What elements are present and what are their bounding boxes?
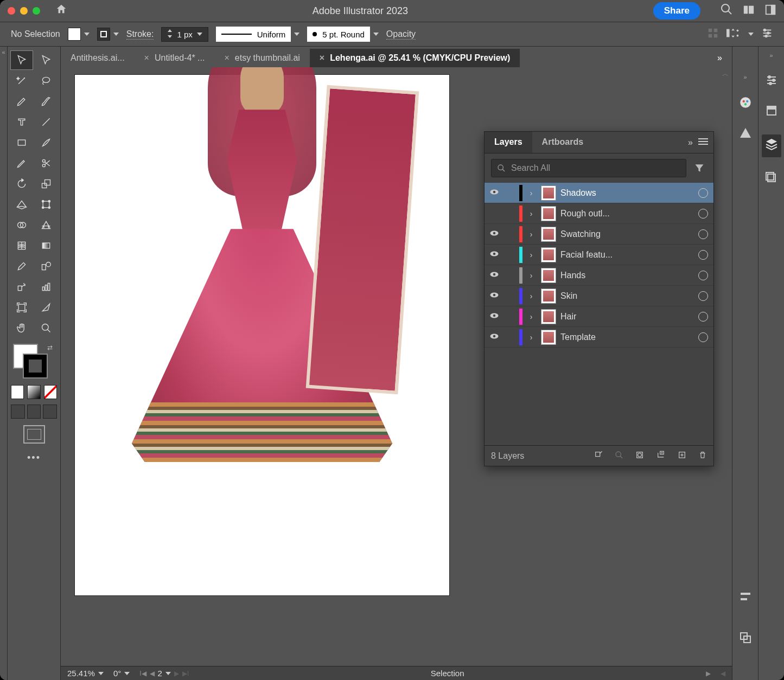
locate-object-icon[interactable]	[594, 451, 603, 461]
collapse-right-strip-2[interactable]: »	[758, 52, 784, 60]
selection-tool[interactable]	[11, 51, 33, 69]
gradient-mode-button[interactable]	[27, 385, 40, 399]
layer-name[interactable]: Rough outl...	[560, 209, 694, 219]
search-icon[interactable]	[720, 3, 733, 19]
target-icon[interactable]	[698, 312, 708, 322]
transform-dropdown-icon[interactable]	[748, 33, 754, 36]
stroke-weight-field[interactable]: 1 px	[161, 27, 208, 42]
tab-overflow-icon[interactable]: »	[707, 49, 732, 67]
close-tab-icon[interactable]: ×	[144, 53, 149, 63]
opacity-label[interactable]: Opacity	[386, 29, 416, 40]
magic-wand-tool[interactable]	[11, 72, 33, 90]
hand-tool[interactable]	[11, 319, 33, 337]
document-tab[interactable]: Antithesis.ai...	[61, 49, 135, 67]
artboards-panel-icon[interactable]	[765, 171, 778, 188]
color-guide-panel-icon[interactable]	[739, 127, 752, 143]
document-tab[interactable]: ×Untitled-4* ...	[135, 49, 215, 67]
layer-row[interactable]: ›Facial featu...	[485, 245, 713, 265]
rotate-view-field[interactable]: 0°	[113, 669, 130, 678]
prev-artboard-icon[interactable]: ◀	[150, 670, 155, 677]
color-panel-icon[interactable]	[738, 95, 753, 113]
layer-row[interactable]: ›Skin	[485, 286, 713, 306]
home-icon[interactable]	[55, 3, 67, 18]
scissors-tool[interactable]	[35, 154, 57, 172]
visibility-toggle-icon[interactable]	[485, 311, 504, 323]
layer-search-input[interactable]: Search All	[491, 159, 686, 177]
close-tab-icon[interactable]: ×	[320, 53, 324, 63]
mesh-tool[interactable]	[11, 236, 33, 255]
panel-menu-icon[interactable]	[698, 138, 708, 147]
layer-name[interactable]: Shadows	[560, 188, 694, 198]
direct-selection-tool[interactable]	[35, 51, 57, 69]
variable-width-profile[interactable]: Uniform	[216, 27, 300, 42]
layer-row[interactable]: ›Hands	[485, 265, 713, 286]
document-tab-active[interactable]: ×Lehenga.ai @ 25.41 % (CMYK/CPU Preview)	[310, 49, 520, 67]
visibility-toggle-icon[interactable]	[485, 270, 504, 281]
layer-row[interactable]: ›Swatching	[485, 224, 713, 245]
libraries-panel-icon[interactable]	[765, 104, 778, 120]
layers-panel-icon[interactable]	[762, 134, 781, 157]
layer-name[interactable]: Facial featu...	[560, 250, 694, 260]
last-artboard-icon[interactable]: ▶I	[182, 670, 189, 677]
expand-layer-icon[interactable]: ›	[526, 189, 537, 197]
properties-panel-icon[interactable]	[765, 74, 778, 90]
arrange-documents-icon[interactable]	[743, 4, 755, 18]
edit-toolbar-button[interactable]: •••	[27, 452, 41, 464]
pen-tool[interactable]	[11, 92, 33, 111]
artboard-number[interactable]: 2	[158, 669, 162, 678]
target-icon[interactable]	[698, 250, 708, 260]
layer-row[interactable]: ›Rough outl...	[485, 203, 713, 224]
target-icon[interactable]	[698, 229, 708, 239]
stroke-color-box[interactable]	[23, 354, 48, 379]
layer-row[interactable]: ›Hair	[485, 306, 713, 327]
rotate-tool[interactable]	[11, 175, 33, 193]
lasso-tool[interactable]	[35, 72, 57, 90]
layers-panel[interactable]: Layers Artboards » Search All ›Shadows›R…	[484, 131, 714, 466]
fill-swatch-control[interactable]	[68, 28, 90, 41]
workspace-switcher-icon[interactable]	[764, 4, 776, 18]
align-panel-icon[interactable]	[739, 590, 752, 606]
window-minimize-button[interactable]	[20, 7, 28, 15]
paintbrush-tool[interactable]	[35, 133, 57, 152]
close-tab-icon[interactable]: ×	[224, 53, 229, 63]
target-icon[interactable]	[698, 188, 708, 198]
layer-name[interactable]: Hair	[560, 312, 694, 322]
pencil-tool[interactable]	[11, 154, 33, 172]
share-button[interactable]: Share	[653, 2, 700, 20]
visibility-toggle-icon[interactable]	[485, 187, 504, 199]
expand-layer-icon[interactable]: ›	[526, 271, 537, 280]
window-maximize-button[interactable]	[33, 7, 40, 15]
new-sublayer-icon[interactable]	[656, 451, 666, 461]
visibility-toggle-icon[interactable]	[485, 228, 504, 240]
collapse-toolbox-strip[interactable]: «	[0, 47, 8, 680]
free-transform-tool[interactable]	[35, 195, 57, 214]
layer-name[interactable]: Swatching	[560, 229, 694, 239]
stroke-stepper-icon[interactable]	[167, 29, 173, 40]
visibility-toggle-icon[interactable]	[485, 290, 504, 302]
layer-name[interactable]: Skin	[560, 291, 694, 301]
symbol-sprayer-tool[interactable]	[11, 278, 33, 296]
expand-layer-icon[interactable]: ›	[526, 292, 537, 300]
visibility-toggle-icon[interactable]	[485, 331, 504, 343]
none-mode-button[interactable]	[44, 385, 57, 399]
brush-definition[interactable]: 5 pt. Round	[307, 27, 379, 42]
swap-fill-stroke-icon[interactable]: ⇄	[47, 344, 53, 351]
type-tool[interactable]	[11, 113, 33, 131]
preferences-icon[interactable]	[761, 27, 773, 41]
stroke-swatch-control[interactable]	[97, 28, 119, 41]
pathfinder-panel-icon[interactable]	[739, 631, 752, 647]
scroll-up-icon[interactable]: ︿	[721, 69, 730, 78]
zoom-tool[interactable]	[35, 319, 57, 337]
shape-builder-tool[interactable]	[11, 216, 33, 234]
expand-layer-icon[interactable]: ›	[526, 209, 537, 218]
target-icon[interactable]	[698, 332, 708, 342]
perspective-grid-tool[interactable]	[35, 216, 57, 234]
next-artboard-icon[interactable]: ▶	[174, 670, 179, 677]
draw-normal-button[interactable]	[11, 405, 25, 419]
line-segment-tool[interactable]	[35, 113, 57, 131]
document-tab[interactable]: ×etsy thumbnail.ai	[214, 49, 309, 67]
new-layer-icon[interactable]	[678, 451, 686, 461]
panel-collapse-icon[interactable]: »	[688, 138, 693, 147]
expand-layer-icon[interactable]: ›	[526, 312, 537, 321]
layer-name[interactable]: Hands	[560, 271, 694, 280]
